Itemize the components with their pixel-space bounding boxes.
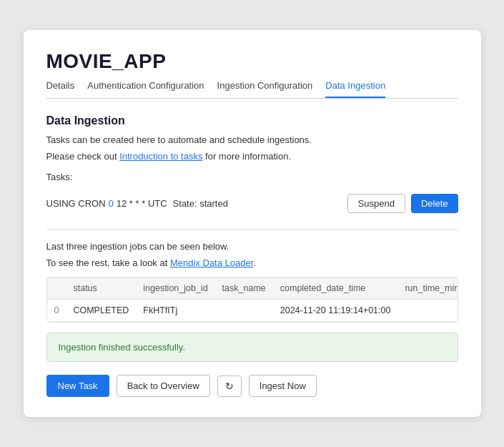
refresh-button[interactable]: ↻ [217,375,242,397]
task-buttons: Suspend Delete [347,194,458,213]
cell-status: COMPLETED [66,300,136,322]
cell-completed-dt: 2024-11-20 11:19:14+01:00 [273,300,398,322]
intro-tasks-link[interactable]: Introduction to tasks [119,151,202,162]
tab-data-ingestion[interactable]: Data Ingestion [325,80,385,98]
desc-tasks: Tasks can be created here to automate an… [46,134,458,145]
ingestion-table-wrap: status ingestion_job_id task_name comple… [46,277,458,323]
bottom-actions: New Task Back to Overview ↻ Ingest Now [46,375,458,397]
task-row: USING CRON 0 12 * * * UTC State: started… [46,190,458,217]
back-to-overview-button[interactable]: Back to Overview [117,375,210,397]
col-completed-dt: completed_date_time [273,277,398,300]
tab-ingestion-config[interactable]: Ingestion Configuration [217,80,313,98]
desc-intro: Please check out Introduction to tasks f… [46,151,458,162]
section-title: Data Ingestion [46,114,458,127]
cell-index: 0 [47,300,66,322]
mendix-data-loader-link[interactable]: Mendix Data Loader [170,257,253,268]
desc-intro-suffix: for more information. [202,151,291,162]
tab-auth-config[interactable]: Authentication Configuration [87,80,204,98]
task-info: USING CRON 0 12 * * * UTC State: started [46,198,228,209]
cell-task-name [215,300,273,322]
jobs-desc2-prefix: To see the rest, take a look at [46,257,170,268]
tab-details[interactable]: Details [46,80,75,98]
main-card: MOVIE_APP Details Authentication Configu… [24,30,481,417]
col-job-id: ingestion_job_id [136,277,214,300]
cron-rest: 12 * * * UTC [117,198,167,209]
cron-using-label: USING CRON [46,198,106,209]
delete-button[interactable]: Delete [411,194,458,213]
task-state: State: started [173,198,228,209]
cell-runtime: 0 [397,300,458,322]
new-task-button[interactable]: New Task [46,375,109,397]
col-status: status [66,277,136,300]
tab-bar: Details Authentication Configuration Ing… [46,80,458,99]
table-row: 0 COMPLETED FkHTfITj 2024-11-20 11:19:14… [47,300,458,322]
cell-job-id: FkHTfITj [136,300,214,322]
tasks-label: Tasks: [46,172,458,182]
app-title: MOVIE_APP [46,50,458,73]
ingestion-table: status ingestion_job_id task_name comple… [47,277,458,322]
col-index [47,277,66,300]
ingest-now-button[interactable]: Ingest Now [249,375,317,397]
refresh-icon: ↻ [225,380,234,392]
cron-value: 0 [109,198,114,209]
jobs-desc2-suffix: . [253,257,256,268]
desc-intro-prefix: Please check out [46,151,120,162]
col-task-name: task_name [215,277,273,300]
suspend-button[interactable]: Suspend [347,194,405,213]
jobs-desc1: Last three ingestion jobs can be seen be… [46,241,458,252]
table-header-row: status ingestion_job_id task_name comple… [47,277,458,300]
success-banner: Ingestion finished successfully. [46,333,458,362]
jobs-desc2: To see the rest, take a look at Mendix D… [46,257,458,268]
col-runtime: run_time_minutes [397,277,458,300]
divider [46,229,458,230]
